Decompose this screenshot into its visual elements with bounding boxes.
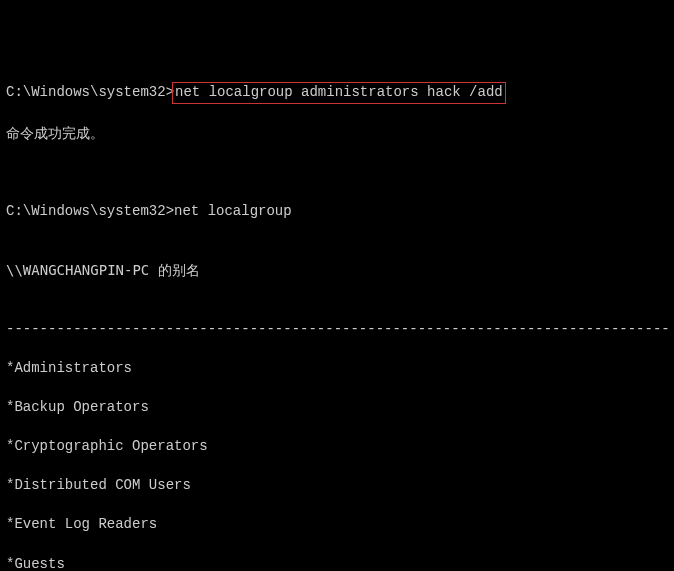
group-distributed-com-users: *Distributed COM Users (0, 476, 674, 496)
prompt-1: C:\Windows\system32> (6, 84, 174, 100)
highlight-cmd-1: net localgroup administrators hack /add (172, 82, 506, 104)
command-line-1: C:\Windows\system32>net localgroup admin… (0, 82, 674, 104)
alias-line: \\WANGCHANGPIN-PC 的别名 (0, 261, 674, 281)
group-event-log-readers: *Event Log Readers (0, 515, 674, 535)
group-cryptographic-operators: *Cryptographic Operators (0, 437, 674, 457)
group-administrators: *Administrators (0, 359, 674, 379)
result-1: 命令成功完成。 (0, 124, 674, 144)
group-backup-operators: *Backup Operators (0, 398, 674, 418)
cmd-2: net localgroup (174, 203, 292, 219)
cmd-1: net localgroup administrators hack /add (175, 84, 503, 100)
prompt-2: C:\Windows\system32> (6, 203, 174, 219)
command-line-2: C:\Windows\system32>net localgroup (0, 202, 674, 222)
divider-1: ----------------------------------------… (0, 320, 674, 340)
group-guests: *Guests (0, 555, 674, 571)
